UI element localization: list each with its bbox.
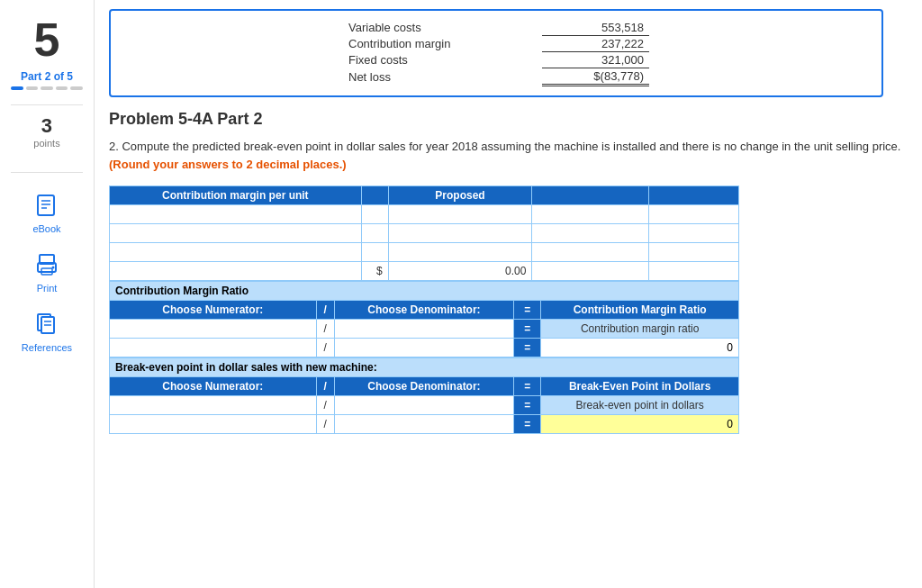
references-icon [31,308,63,340]
cm-unit-row-1 [110,205,739,224]
references-button[interactable]: References [22,308,72,353]
break-even-result-label-1: Break-even point in dollars [541,396,739,415]
cm-unit-proposed-input-1[interactable] [394,208,527,221]
prior-value-netloss: $(83,778) [542,68,649,86]
references-label: References [22,342,72,353]
break-even-value-input-2[interactable] [661,418,733,430]
cm-unit-label-4[interactable] [110,262,362,281]
cm-ratio-denom-input-1[interactable] [340,322,509,335]
cm-unit-row-2 [110,224,739,243]
cm-unit-dollar: $ [361,262,388,281]
break-even-row-1: / = Break-even point in dollars [110,396,739,415]
cm-unit-row-4: $ [110,262,739,281]
break-even-denom-header: Choose Denominator: [334,377,514,396]
points-label: points [33,138,59,149]
cm-unit-proposed-1[interactable] [388,205,532,224]
break-even-num-input-1[interactable] [115,399,311,412]
progress-dot-2 [26,86,39,90]
cm-header-proposed: Proposed [388,186,532,205]
prior-row-variable: Variable costs 553,518 [343,20,649,36]
prior-work-box: Variable costs 553,518 Contribution marg… [109,9,883,97]
ebook-button[interactable]: eBook [31,189,63,234]
cm-ratio-table: Contribution Margin Ratio Choose Numerat… [109,281,739,357]
cm-per-unit-table: Contribution margin per unit Proposed [109,185,739,281]
cm-unit-label-input-4[interactable] [115,265,356,277]
cm-unit-mid-1 [361,205,388,224]
cm-ratio-num-input-1[interactable] [115,322,311,335]
cm-unit-label-2[interactable] [110,224,362,243]
cm-ratio-denom-1[interactable] [334,320,514,339]
cm-unit-mid-3 [361,243,388,262]
cm-unit-value-input-4[interactable] [394,265,527,277]
break-even-value-2[interactable] [541,415,739,434]
prior-label-contribution: Contribution margin [343,36,542,52]
instructions-text: 2. Compute the predicted break-even poin… [109,140,900,153]
cm-ratio-denom-header: Choose Denominator: [334,301,514,320]
cm-ratio-num-input-2[interactable] [115,341,311,354]
points-value: 3 [33,114,59,138]
cm-unit-right-4 [532,262,649,281]
prior-row-netloss: Net loss $(83,778) [343,68,649,86]
cm-unit-right-1 [532,205,649,224]
svg-rect-0 [38,195,54,215]
break-even-num-input-2[interactable] [115,418,311,430]
progress-dot-4 [56,86,68,90]
cm-ratio-value-2[interactable] [541,339,739,357]
break-even-denom-1[interactable] [334,396,514,415]
cm-unit-far-1 [649,205,739,224]
cm-unit-label-input-3[interactable] [115,246,356,258]
print-label: Print [37,283,58,294]
sidebar: 5 Part 2 of 5 3 points eBook Print Refer… [0,0,95,588]
cm-header-row: Contribution margin per unit Proposed [110,186,739,205]
progress-dot-3 [41,86,53,90]
break-even-denom-input-2[interactable] [340,418,509,430]
problem-title: Problem 5-4A Part 2 [109,110,908,129]
break-even-num-2[interactable] [110,415,317,434]
break-even-table: Break-even point in dollar sales with ne… [109,357,739,434]
cm-ratio-result-label-1: Contribution margin ratio [541,320,739,339]
break-even-slash-2: / [316,415,334,434]
cm-unit-proposed-3[interactable] [388,243,532,262]
cm-ratio-num-header: Choose Numerator: [110,301,317,320]
print-button[interactable]: Print [31,249,63,294]
cm-header-empty1 [361,186,388,205]
break-even-num-header: Choose Numerator: [110,377,317,396]
cm-header-empty3 [649,186,739,205]
cm-ratio-denom-input-2[interactable] [340,341,509,354]
cm-ratio-value-input-2[interactable] [661,341,733,354]
cm-unit-proposed-input-2[interactable] [394,227,527,240]
break-even-denom-2[interactable] [334,415,514,434]
instructions: 2. Compute the predicted break-even poin… [109,138,908,173]
cm-unit-label-input-2[interactable] [115,227,356,240]
prior-label-fixed: Fixed costs [343,52,542,68]
cm-unit-label-1[interactable] [110,205,362,224]
cm-unit-far-2 [649,224,739,243]
cm-ratio-denom-2[interactable] [334,339,514,357]
cm-ratio-section-label: Contribution Margin Ratio [110,282,739,301]
cm-ratio-num-2[interactable] [110,339,317,357]
cm-ratio-slash-2: / [316,339,334,357]
cm-ratio-equals-2: = [514,339,541,357]
cm-unit-label-3[interactable] [110,243,362,262]
cm-unit-label-input-1[interactable] [115,208,356,221]
cm-ratio-header-row: Choose Numerator: / Choose Denominator: … [110,301,739,320]
break-even-row-2: / = [110,415,739,434]
break-even-equals-header: = [514,377,541,396]
break-even-header-row: Choose Numerator: / Choose Denominator: … [110,377,739,396]
part-indicator: Part 2 of 5 [11,70,83,90]
break-even-denom-input-1[interactable] [340,399,509,412]
part-progress [11,86,83,90]
break-even-equals-2: = [514,415,541,434]
cm-unit-far-3 [649,243,739,262]
cm-unit-value-4[interactable] [388,262,532,281]
prior-work-table: Variable costs 553,518 Contribution marg… [343,20,649,86]
break-even-label-row: Break-even point in dollar sales with ne… [110,358,739,377]
divider-1 [11,104,83,105]
cm-unit-proposed-2[interactable] [388,224,532,243]
svg-point-7 [52,267,55,269]
break-even-num-1[interactable] [110,396,317,415]
cm-unit-proposed-input-3[interactable] [394,246,527,258]
ebook-icon [31,189,63,222]
cm-ratio-num-1[interactable] [110,320,317,339]
instructions-highlight: (Round your answers to 2 decimal places.… [109,158,347,171]
